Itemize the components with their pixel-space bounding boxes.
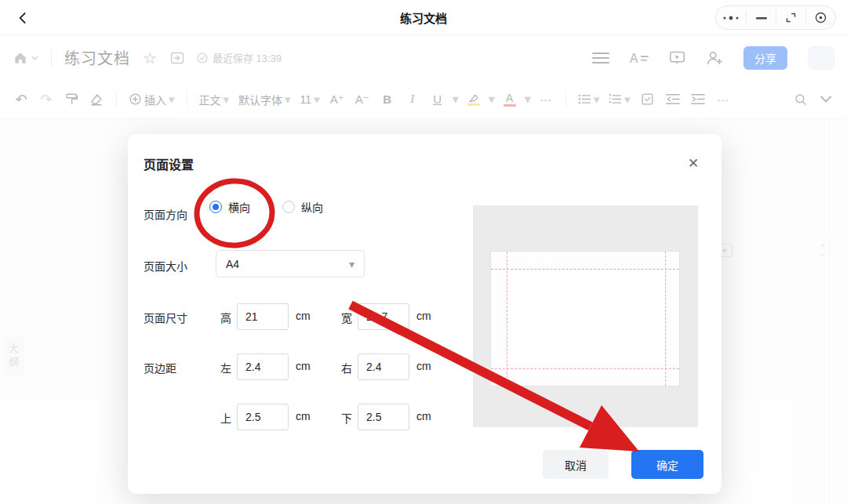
ruler-tilde: ~ [820,251,825,261]
font-color-letter: A [506,92,513,103]
font-size-dropdown[interactable]: 11 ▾ [298,88,322,111]
radio-landscape[interactable] [209,201,222,213]
underline-button[interactable]: U [427,88,448,111]
window-titlebar: 练习文档 [0,0,847,35]
margin-bottom-input[interactable] [358,404,409,430]
unit-label: cm [416,410,431,422]
user-avatar[interactable] [808,46,834,70]
font-color-button[interactable]: A [500,88,520,111]
catalog-menu-button[interactable] [592,52,609,64]
document-title: 练习文档 [64,46,130,69]
more-tools-button[interactable]: ··· [713,88,733,111]
page-size-label: 页面大小 [144,258,187,274]
unit-label: cm [296,310,311,322]
bullet-list-button[interactable]: ▾ [576,88,602,111]
chevron-down-icon [820,96,831,103]
italic-button[interactable]: I [402,88,423,111]
margin-left-label: 左 [220,360,231,375]
chevron-down-icon[interactable]: ▾ [453,92,459,107]
saved-check-icon [196,52,209,64]
outdent-button[interactable] [663,88,683,111]
insert-label: 插入 [144,92,166,107]
unit-label: cm [296,360,311,372]
unit-label: cm [296,410,311,422]
paragraph-style-label: 正文 [199,92,221,107]
eraser-icon [89,92,104,107]
decrease-font-button[interactable]: A⁻ [352,88,373,111]
margin-top-label: 上 [220,410,231,426]
document-header: 练习文档 ☆ 最近保存 13:39 A [0,35,847,80]
format-painter-button[interactable] [61,88,82,111]
paragraph-style-dropdown[interactable]: 正文 ▾ [197,88,232,111]
more-options-button[interactable] [716,10,746,25]
add-collaborator-button[interactable] [706,50,723,66]
bold-button[interactable]: B [377,88,398,111]
editing-toolbar: ↶ ↷ 插入 ▾ 正文 ▾ 默 [0,80,847,119]
present-mode-button[interactable] [669,50,685,65]
move-to-folder-button[interactable] [169,51,185,65]
numbered-list-icon [609,93,622,105]
font-family-dropdown[interactable]: 默认字体 ▾ [236,88,293,111]
search-button[interactable] [791,88,811,111]
more-dots-icon [722,15,740,21]
minimize-button[interactable] [746,10,776,25]
chevron-down-icon: ▾ [314,92,320,107]
margin-top-input[interactable] [237,404,289,430]
scrollbar-track[interactable] [829,119,830,504]
numbered-list-button[interactable]: ▾ [606,88,633,111]
circle-plus-icon [129,92,142,106]
undo-button[interactable]: ↶ [11,88,31,111]
margin-left-input[interactable] [237,354,289,380]
margin-guide-right [665,252,666,386]
cancel-button[interactable]: 取消 [543,450,609,479]
chevron-down-icon[interactable]: ▾ [525,92,531,107]
highlight-color-button[interactable] [463,88,484,111]
header-actions: A 分享 [592,46,834,70]
orientation-label: 页面方向 [144,206,187,222]
ruler-plus: + [820,241,825,251]
indent-button[interactable] [688,88,708,111]
radio-portrait[interactable] [282,201,295,213]
page-size-select[interactable]: A4 ▾ [216,250,365,277]
highlight-color-bar [467,103,480,106]
increase-font-button[interactable]: A⁺ [327,88,347,111]
fullscreen-button[interactable] [776,10,805,25]
highlighter-icon [467,92,480,103]
landscape-label[interactable]: 横向 [228,199,250,215]
margins-label: 页边距 [144,360,176,375]
minimize-icon [756,16,767,20]
save-status-text: 最近保存 13:39 [213,50,282,65]
dialog-close-button[interactable]: ✕ [685,154,702,172]
share-button[interactable]: 分享 [743,46,787,70]
redo-button[interactable]: ↷ [36,88,56,111]
page-preview-panel [473,205,698,427]
save-status: 最近保存 13:39 [196,50,282,65]
favorite-star-icon[interactable]: ☆ [143,50,157,66]
indent-icon [691,93,705,105]
portrait-label[interactable]: 纵向 [301,199,323,215]
clear-format-button[interactable] [86,88,107,111]
checkbox-icon [641,92,654,106]
height-input[interactable] [237,303,289,330]
margin-guide-left [507,252,507,386]
chevron-down-icon[interactable]: ▾ [489,92,495,107]
outline-tab[interactable]: 大纲 [4,337,24,376]
bullet-list-icon [578,93,591,105]
confirm-button[interactable]: 确定 [631,450,703,479]
dialog-title: 页面设置 [144,154,194,173]
page-size-value: A4 [226,258,239,270]
collapse-toolbar-button[interactable] [816,88,836,111]
home-button[interactable] [13,50,38,66]
chevron-down-icon: ▾ [224,92,230,107]
margin-right-input[interactable] [358,354,409,380]
close-capsule-button[interactable] [805,10,835,25]
more-format-button[interactable]: ··· [536,88,556,111]
task-list-button[interactable] [638,88,658,111]
text-style-button[interactable]: A [630,51,649,65]
insert-button[interactable]: 插入 ▾ [126,88,177,111]
divider [565,92,566,107]
home-icon [13,50,28,66]
typography-icon: A [630,51,649,65]
width-input[interactable] [358,303,409,330]
chevron-down-icon: ▾ [594,92,600,107]
